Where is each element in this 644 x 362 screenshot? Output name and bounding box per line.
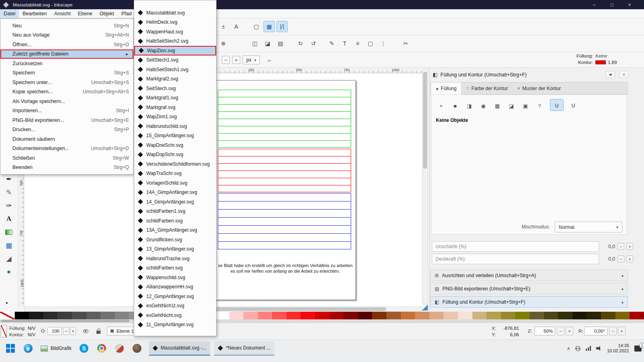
dialog-bar[interactable]: ◧Füllung und Kontur (Umschalt+Strg+F)▴ bbox=[430, 296, 628, 308]
recent-file-item[interactable]: WapZinn.svg bbox=[134, 46, 216, 56]
file-menu-item[interactable]: BeendenStrg+Q bbox=[0, 163, 133, 173]
palette-swatch[interactable] bbox=[272, 312, 286, 319]
paint-bucket-tool[interactable]: ● bbox=[2, 266, 15, 278]
layer-visibility-button[interactable] bbox=[80, 326, 91, 336]
taskbar-chrome-button[interactable] bbox=[94, 341, 110, 356]
palette-swatch[interactable] bbox=[501, 312, 515, 319]
dock-close-button[interactable]: × bbox=[619, 71, 629, 78]
recent-file-item[interactable]: Marktgraf1.svg bbox=[134, 93, 216, 103]
vertical-scrollbar-thumb[interactable] bbox=[423, 72, 427, 169]
file-menu-item[interactable]: SchließenStrg+W bbox=[0, 153, 133, 163]
recent-file-item[interactable]: SeitStech1.svg bbox=[134, 56, 216, 65]
horizontal-scrollbar[interactable] bbox=[24, 306, 422, 312]
palette-swatch[interactable] bbox=[615, 312, 630, 319]
blur-value[interactable]: 0,0 bbox=[601, 244, 615, 249]
flat-color-icon[interactable]: ■ bbox=[450, 101, 460, 111]
page-note-text[interactable]: se Blatt habe ich erstellt um gleich im … bbox=[217, 263, 354, 274]
xml-editor-icon[interactable]: ⋮ bbox=[378, 38, 389, 49]
palette-swatch[interactable] bbox=[215, 312, 229, 319]
swatch-icon[interactable]: ◪ bbox=[506, 101, 517, 111]
recent-file-item[interactable]: HalbSeitStech2.svg bbox=[134, 37, 216, 46]
network-icon[interactable] bbox=[575, 346, 581, 351]
palette-swatch[interactable] bbox=[458, 312, 472, 319]
fill-rule-nonzero-icon[interactable]: ∪ bbox=[566, 99, 580, 111]
taskbar-app1-button[interactable] bbox=[111, 341, 127, 356]
recent-file-item[interactable]: esGehtNich1t.svg bbox=[134, 301, 216, 311]
palette-swatch[interactable] bbox=[100, 312, 115, 319]
volume-icon[interactable] bbox=[596, 346, 602, 351]
copy-icon[interactable]: ◪ bbox=[262, 38, 273, 49]
rotation-decrement-button[interactable]: − bbox=[609, 327, 617, 335]
recent-file-item[interactable]: HalbSeitStech1.svg bbox=[134, 65, 216, 74]
palette-swatch[interactable] bbox=[243, 312, 258, 319]
palette-swatch[interactable] bbox=[429, 312, 444, 319]
no-paint-icon[interactable]: × bbox=[436, 101, 446, 111]
taskbar-skype-button[interactable]: S bbox=[76, 341, 92, 356]
recent-file-item[interactable]: 14_GimpAnfänger.svg bbox=[134, 197, 216, 207]
recent-file-item[interactable]: WapTraSchr.svg bbox=[134, 169, 216, 179]
palette-swatch[interactable] bbox=[444, 312, 458, 319]
signal-icon[interactable] bbox=[586, 346, 591, 351]
dock-float-button[interactable]: ◄ bbox=[605, 71, 615, 78]
palette-swatch[interactable] bbox=[258, 312, 272, 319]
palette-swatch[interactable] bbox=[530, 312, 544, 319]
palette-swatch[interactable] bbox=[229, 312, 244, 319]
recent-file-item[interactable]: VorlagenSchild.svg bbox=[134, 178, 216, 188]
text-tool[interactable]: A bbox=[2, 213, 15, 224]
scroll-corner-icon[interactable] bbox=[422, 304, 428, 311]
zoom-decrement-button[interactable]: − bbox=[557, 327, 564, 335]
red-line-block[interactable] bbox=[218, 149, 351, 192]
dropper-tool[interactable]: ◢ bbox=[2, 253, 15, 264]
tab-fill[interactable]: ■Füllung bbox=[431, 82, 462, 95]
file-menu-item[interactable]: Als Vorlage speichern... bbox=[0, 97, 133, 106]
duplicate-icon[interactable]: ◫ bbox=[249, 38, 260, 49]
recent-file-item[interactable]: WappenHaut.svg bbox=[134, 27, 216, 37]
action-center-icon[interactable]: 1 bbox=[634, 346, 642, 352]
menubar-item-ansicht[interactable]: Ansicht bbox=[51, 9, 74, 18]
object-opacity-spinbox[interactable]: 100 bbox=[47, 327, 62, 335]
recent-file-item[interactable]: AllianzwappenHH.svg bbox=[134, 282, 216, 292]
blend-mode-select[interactable]: Normal ▾ bbox=[555, 222, 622, 232]
zoom-icon[interactable]: ⊕ bbox=[218, 38, 229, 49]
palette-swatch[interactable] bbox=[329, 312, 344, 319]
blur-increment-button[interactable]: + bbox=[626, 243, 633, 250]
palette-swatch[interactable] bbox=[372, 312, 386, 319]
recent-file-item[interactable]: Massstabblatt.svg bbox=[134, 8, 216, 18]
fill-rule-evenodd-icon[interactable]: ∪ bbox=[550, 99, 564, 111]
cut-icon[interactable]: ✂ bbox=[400, 38, 411, 49]
tray-clock[interactable]: 14:35 10.02.2021 bbox=[607, 343, 629, 354]
palette-swatch[interactable] bbox=[386, 312, 401, 319]
minimize-button[interactable]: – bbox=[585, 0, 603, 9]
opacity-decrement-button[interactable]: − bbox=[617, 255, 624, 262]
pen-tool[interactable]: ✑ bbox=[2, 200, 15, 211]
rotate-cw-icon[interactable]: ↻ bbox=[295, 38, 306, 49]
dialog-bar[interactable]: ⊞Ausrichten und verteilen (Umschalt+Strg… bbox=[430, 269, 628, 281]
opacity-value[interactable]: 0,0 bbox=[601, 256, 615, 262]
recent-file-item[interactable]: 13_GimpAnfänger.svg bbox=[134, 245, 216, 254]
taskbar-edge-button[interactable]: e bbox=[20, 341, 36, 356]
recent-file-item[interactable]: VerschideneSchildformen.svg bbox=[134, 159, 216, 169]
blur-slider[interactable]: Unschärfe (%) bbox=[432, 241, 599, 252]
palette-swatch[interactable] bbox=[72, 312, 86, 319]
toolbox-more-icon[interactable]: ▸ bbox=[6, 300, 8, 305]
palette-swatch-none[interactable] bbox=[0, 312, 15, 319]
calligraphy-tool[interactable]: ✒ bbox=[2, 173, 15, 185]
recent-file-item[interactable]: WapZinn1.svg bbox=[134, 112, 216, 122]
green-line-block[interactable] bbox=[218, 90, 351, 148]
palette-swatch[interactable] bbox=[358, 312, 372, 319]
menubar-item-ebene[interactable]: Ebene bbox=[74, 9, 96, 18]
pencil-tool[interactable]: ✎ bbox=[2, 187, 15, 198]
fill-none-swatch[interactable] bbox=[1, 325, 7, 337]
rotation-spinbox[interactable]: 0,00° bbox=[584, 327, 607, 335]
radial-gradient-icon[interactable]: ◉ bbox=[478, 101, 489, 111]
unit-select[interactable]: px ▾ bbox=[243, 56, 260, 64]
close-button[interactable]: × bbox=[621, 0, 638, 9]
recent-file-item[interactable]: HelmDeck.svg bbox=[134, 18, 216, 27]
zoom-increment-button[interactable]: + bbox=[566, 327, 573, 335]
mesh-paint-icon[interactable]: ▣ bbox=[520, 101, 531, 111]
palette-swatch[interactable] bbox=[57, 312, 72, 319]
unknown-paint-icon[interactable]: ? bbox=[534, 101, 545, 111]
blue-line-block[interactable] bbox=[218, 193, 351, 249]
file-menu-item[interactable]: Speichern unter...Umschalt+Strg+S bbox=[0, 78, 133, 87]
edit-objects-icon[interactable]: ✎ bbox=[326, 38, 337, 49]
